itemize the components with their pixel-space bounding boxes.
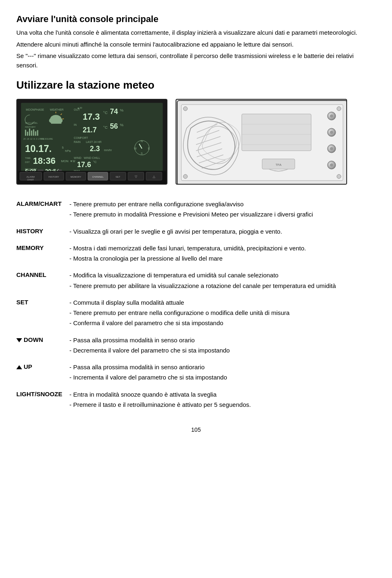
- description-item: Tenere premuto per entrare nella configu…: [69, 308, 374, 317]
- button-description: Passa alla prossima modalità in senso an…: [69, 359, 376, 386]
- svg-text:17.6: 17.6: [77, 161, 91, 169]
- button-descriptions-table: ALARM/CHARTTenere premuto per entrare ne…: [16, 196, 376, 413]
- description-item: Tenere premuto per abilitare la visualiz…: [69, 281, 374, 290]
- svg-text:DST: DST: [25, 161, 30, 163]
- svg-point-85: [183, 107, 187, 111]
- svg-text:°C: °C: [93, 160, 97, 164]
- description-item: Decrementa il valore del parametro che s…: [69, 346, 374, 355]
- svg-rect-27: [25, 130, 26, 136]
- button-description: Tenere premuto per entrare nella configu…: [69, 196, 376, 223]
- description-item: Entra in modalità snooze quando è attiva…: [69, 390, 374, 399]
- svg-text:mm/hr: mm/hr: [104, 149, 112, 152]
- button-row: MEMORYMostra i dati memorizzati delle fa…: [16, 240, 376, 268]
- svg-text:▲30: ▲30: [77, 107, 82, 109]
- description-item: Mostra i dati memorizzati delle fasi lun…: [69, 243, 374, 253]
- svg-text:18:36: 18:36: [33, 156, 56, 166]
- svg-text:SEA LEVEL: SEA LEVEL: [25, 122, 38, 124]
- page-number: 105: [16, 426, 376, 434]
- intro-paragraph-2: Attendere alcuni minuti affinché la cons…: [16, 40, 376, 49]
- svg-text:%: %: [120, 123, 124, 127]
- button-name: MEMORY: [16, 240, 69, 268]
- svg-point-106: [330, 114, 333, 118]
- button-name: SET: [16, 295, 69, 332]
- svg-text:°C: °C: [103, 125, 107, 129]
- device-front-image: MOONPHASE WEATHER OUT ▲30 17.3 °C 74 %: [16, 99, 167, 185]
- svg-point-109: [330, 163, 333, 167]
- svg-text:ALARM: ALARM: [27, 176, 35, 178]
- section-title: Utilizzare la stazione meteo: [16, 77, 376, 93]
- button-row: UPPassa alla prossima modalità in senso …: [16, 359, 376, 386]
- button-row: ALARM/CHARTTenere premuto per entrare ne…: [16, 196, 376, 223]
- svg-rect-32: [35, 131, 36, 136]
- svg-text:PRESSURE: PRESSURE: [40, 138, 53, 140]
- button-name: DOWN: [16, 332, 69, 359]
- triangle-up-icon: [16, 365, 22, 369]
- svg-text:WEATHER: WEATHER: [50, 108, 64, 111]
- page-title: Avviare l'unità console principale: [16, 12, 376, 26]
- button-row: DOWNPassa alla prossima modalità in sens…: [16, 332, 376, 359]
- button-name: HISTORY: [16, 223, 69, 240]
- triangle-down-icon: [16, 338, 22, 342]
- button-description: Entra in modalità snooze quando è attiva…: [69, 386, 376, 414]
- svg-text:CHART: CHART: [27, 179, 34, 181]
- svg-text:%: %: [120, 108, 124, 112]
- svg-text:▼W: ▼W: [70, 160, 76, 163]
- svg-rect-30: [31, 131, 32, 136]
- button-name: CHANNEL: [16, 267, 69, 295]
- svg-text:COMFORT: COMFORT: [74, 136, 88, 139]
- svg-rect-96: [242, 114, 311, 151]
- svg-rect-28: [27, 132, 28, 136]
- svg-text:MOONPHASE: MOONPHASE: [26, 108, 44, 111]
- svg-text:10.17.: 10.17.: [25, 143, 51, 154]
- svg-rect-31: [33, 129, 34, 136]
- svg-text:MON: MON: [61, 159, 69, 163]
- svg-text:CHANNEL: CHANNEL: [92, 176, 104, 178]
- svg-text:hPa: hPa: [65, 149, 71, 153]
- svg-text:△: △: [153, 175, 156, 179]
- svg-text:▽: ▽: [135, 175, 138, 179]
- description-item: Commuta il display sulla modalità attual…: [69, 298, 374, 307]
- device-back-image: TFA: [176, 99, 347, 185]
- svg-text:17.3: 17.3: [82, 112, 100, 122]
- svg-text:HISTORY: HISTORY: [25, 126, 36, 128]
- svg-text:°C: °C: [103, 110, 107, 115]
- description-item: Modifica la visualizzazione di temperatu…: [69, 270, 374, 280]
- svg-text:21.7: 21.7: [82, 126, 97, 134]
- description-item: Incrementa il valore del parametro che s…: [69, 373, 374, 382]
- svg-text:2.3: 2.3: [90, 145, 100, 153]
- button-description: Passa alla prossima modalità in senso or…: [69, 332, 376, 359]
- svg-text:5: 5: [62, 146, 64, 150]
- svg-text:IN: IN: [74, 123, 77, 126]
- svg-text:MEMORY: MEMORY: [71, 176, 81, 178]
- svg-text:TIME: TIME: [25, 157, 31, 159]
- svg-rect-9: [51, 120, 62, 124]
- svg-text:SET: SET: [116, 176, 120, 178]
- svg-text:HISTORY: HISTORY: [49, 176, 59, 178]
- button-row: SETCommuta il display sulla modalità att…: [16, 295, 376, 332]
- svg-text:WIND: WIND: [74, 156, 81, 159]
- svg-point-88: [337, 174, 341, 179]
- svg-point-87: [183, 174, 187, 179]
- svg-text:LAST 24 HR: LAST 24 HR: [86, 141, 101, 143]
- button-name: UP: [16, 359, 69, 386]
- description-item: Tenere premuto per entrare nella configu…: [69, 199, 374, 209]
- button-row: CHANNELModifica la visualizzazione di te…: [16, 267, 376, 295]
- images-row: MOONPHASE WEATHER OUT ▲30 17.3 °C 74 %: [16, 99, 376, 185]
- intro-paragraph-3: Se "---" rimane visualizzato come lettur…: [16, 51, 376, 70]
- button-name: LIGHT/SNOOZE: [16, 386, 69, 414]
- svg-rect-33: [37, 130, 38, 136]
- svg-text:56: 56: [110, 122, 118, 130]
- svg-text:74: 74: [110, 107, 118, 116]
- description-item: Premere il tasto e il retroilluminazione…: [69, 400, 374, 409]
- button-row: HISTORYVisualizza gli orari per le svegl…: [16, 223, 376, 240]
- svg-text:S: S: [141, 152, 143, 155]
- description-item: Passa alla prossima modalità in senso an…: [69, 362, 374, 372]
- svg-text:RAIN: RAIN: [74, 141, 80, 143]
- svg-text:N: N: [141, 140, 143, 143]
- button-description: Mostra i dati memorizzati delle fasi lun…: [69, 240, 376, 268]
- description-item: Tenere premuto in modalità Pressione e P…: [69, 210, 374, 219]
- svg-point-107: [330, 131, 333, 134]
- intro-paragraph-1: Una volta che l'unità console è alimenta…: [16, 28, 376, 38]
- button-description: Modifica la visualizzazione di temperatu…: [69, 267, 376, 295]
- description-item: Mostra la cronologia per la pressione al…: [69, 254, 374, 263]
